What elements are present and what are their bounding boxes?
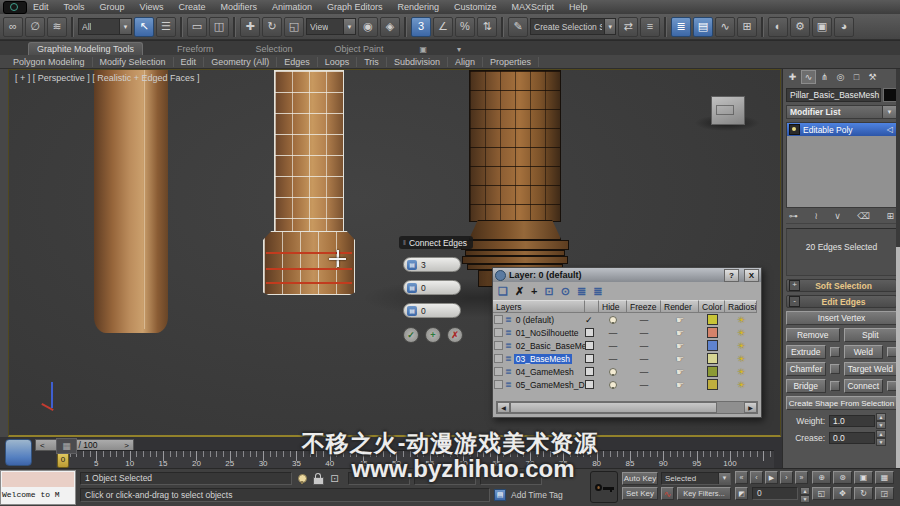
chevron-down-icon[interactable]: ▼ <box>883 105 897 119</box>
select-object-icon[interactable]: ↖ <box>134 17 154 37</box>
unlink-selection-icon[interactable]: ∅ <box>25 17 45 37</box>
previous-frame-icon[interactable]: ‹ <box>750 471 763 484</box>
caddy-slide-field[interactable]: ▤0 <box>403 303 461 318</box>
show-end-result-icon[interactable]: ≀ <box>814 211 817 221</box>
selected-edge-loop[interactable] <box>266 268 352 270</box>
modifier-on-off-icon[interactable] <box>789 124 800 135</box>
mirror-icon[interactable]: ⇄ <box>618 17 638 37</box>
reference-coordinate-system-dropdown[interactable]: View▼ <box>306 18 356 35</box>
object-name-field[interactable]: Pillar_Basic_BaseMesh <box>786 88 881 102</box>
go-to-end-icon[interactable]: » <box>795 471 808 484</box>
align-icon[interactable]: ≡ <box>640 17 660 37</box>
expand-icon[interactable] <box>494 367 503 376</box>
select-highlighted-objects-icon[interactable]: ⊡ <box>545 286 554 297</box>
layer-radiosity-cell[interactable]: ☀ <box>725 354 757 364</box>
layer-freeze-cell[interactable]: — <box>627 328 661 338</box>
extrude-settings-icon[interactable] <box>830 347 840 357</box>
layer-freeze-cell[interactable]: — <box>627 315 661 325</box>
schematic-view-icon[interactable]: ⊞ <box>737 17 757 37</box>
layer-color-cell[interactable] <box>699 340 725 351</box>
ribbon-subtab-edges[interactable]: Edges <box>277 57 318 67</box>
viewport-label[interactable]: [ + ] [ Perspective ] [ Realistic + Edge… <box>15 73 200 83</box>
weight-spinner[interactable]: ▲▼ <box>876 413 886 429</box>
layer-radiosity-cell[interactable]: ☀ <box>725 367 757 377</box>
expand-icon[interactable] <box>494 354 503 363</box>
time-tag-icon[interactable]: ▤ <box>494 489 506 501</box>
current-frame-field[interactable]: 0 <box>752 487 798 500</box>
layer-freeze-cell[interactable]: — <box>627 341 661 351</box>
layer-radiosity-cell[interactable]: ☀ <box>725 328 757 338</box>
connect-button[interactable]: Connect <box>844 379 884 393</box>
spinner-snap-toggle-icon[interactable]: ⇅ <box>477 17 497 37</box>
layer-row[interactable]: ≣05_GameMesh_DP—☛☀ <box>493 378 761 391</box>
snaps-toggle-icon[interactable]: 3 <box>411 17 431 37</box>
freeze-dash-icon[interactable]: — <box>640 341 649 351</box>
layer-render-cell[interactable]: ☛ <box>661 380 699 390</box>
renderable-icon[interactable]: ☛ <box>676 380 684 390</box>
visible-bulb-icon[interactable] <box>609 368 617 376</box>
layer-name[interactable]: 01_NoSilhouette <box>514 328 581 338</box>
chamfer-settings-icon[interactable] <box>830 364 840 374</box>
layer-name[interactable]: 0 (default) <box>514 315 556 325</box>
layer-hide-cell[interactable] <box>599 368 627 376</box>
panel-tab-utilities[interactable]: ⚒ <box>865 70 880 84</box>
rectangular-selection-region-icon[interactable]: ▭ <box>187 17 207 37</box>
zoom-extents-all-icon[interactable]: ▦ <box>875 471 894 484</box>
freeze-dash-icon[interactable]: — <box>640 354 649 364</box>
layer-radiosity-cell[interactable]: ☀ <box>725 341 757 351</box>
zoom-all-icon[interactable]: ⊛ <box>833 471 852 484</box>
selected-edge-loop[interactable] <box>266 282 352 284</box>
radiosity-icon[interactable]: ☀ <box>737 341 745 351</box>
ribbon-minimize-icon[interactable]: ▣ <box>417 44 429 55</box>
menu-views[interactable]: Views <box>140 2 164 12</box>
pillar-smooth-mesh[interactable] <box>94 70 168 333</box>
add-selection-to-layer-icon[interactable]: + <box>531 286 537 297</box>
set-key-button[interactable]: Set Key <box>622 487 658 500</box>
layer-dialog-titlebar[interactable]: Layer: 0 (default) ? X <box>493 268 761 282</box>
scroll-right-icon[interactable]: ▶ <box>744 402 757 413</box>
next-frame-arrow-icon[interactable]: > <box>120 441 133 450</box>
caddy-ok-button[interactable]: ✓ <box>403 327 419 343</box>
add-time-tag-label[interactable]: Add Time Tag <box>511 490 563 500</box>
render-production-icon[interactable]: ◕ <box>834 17 854 37</box>
layer-current-cell[interactable] <box>585 354 599 363</box>
expand-icon[interactable] <box>494 315 503 324</box>
layer-freeze-cell[interactable]: — <box>627 380 661 390</box>
panel-tab-modify[interactable]: ∿ <box>801 70 816 84</box>
layer-color-swatch[interactable] <box>707 379 718 390</box>
curve-editor-icon[interactable]: ∿ <box>715 17 735 37</box>
chevron-down-icon[interactable]: ▼ <box>119 19 131 34</box>
renderable-icon[interactable]: ☛ <box>676 367 684 377</box>
layer-color-cell[interactable] <box>699 379 725 390</box>
percent-snap-toggle-icon[interactable]: % <box>455 17 475 37</box>
layer-color-cell[interactable] <box>699 353 725 364</box>
key-mode-dropdown[interactable]: Selected ▼ <box>661 472 731 485</box>
absolute-offset-mode-icon[interactable]: ⊡ <box>328 472 341 485</box>
layer-render-cell[interactable]: ☛ <box>661 354 699 364</box>
weld-button[interactable]: Weld <box>844 345 884 359</box>
ribbon-options-caret-icon[interactable]: ▾ <box>455 44 463 55</box>
object-color-swatch[interactable] <box>883 88 897 102</box>
caddy-grip-icon[interactable]: ‖ <box>403 239 406 246</box>
set-keys-button[interactable] <box>590 471 618 503</box>
current-layer-radio[interactable] <box>585 328 594 337</box>
panel-tab-hierarchy[interactable]: ⋔ <box>817 70 832 84</box>
menu-maxscript[interactable]: MAXScript <box>512 2 555 12</box>
maximize-viewport-toggle-icon[interactable]: ◲ <box>875 487 894 500</box>
viewport-layout-tab-button[interactable] <box>5 439 32 466</box>
layer-current-cell[interactable] <box>585 328 599 337</box>
visible-bulb-icon[interactable] <box>609 381 617 389</box>
application-button-icon[interactable] <box>3 1 27 14</box>
layer-radiosity-cell[interactable]: ☀ <box>725 380 757 390</box>
select-and-link-icon[interactable]: ∞ <box>3 17 23 37</box>
panel-tab-display[interactable]: □ <box>849 70 864 84</box>
radiosity-icon[interactable]: ☀ <box>737 380 745 390</box>
hide-unhide-all-layers-icon[interactable]: ≣ <box>577 286 586 297</box>
weight-field[interactable]: 1.0 <box>829 415 875 427</box>
go-to-start-icon[interactable]: « <box>735 471 748 484</box>
background-box-object[interactable] <box>711 96 745 125</box>
rollout-soft-selection[interactable]: +Soft Selection <box>786 279 897 292</box>
chamfer-button[interactable]: Chamfer <box>786 362 826 376</box>
renderable-icon[interactable]: ☛ <box>676 354 684 364</box>
layer-dialog-help-button[interactable]: ? <box>724 269 739 282</box>
